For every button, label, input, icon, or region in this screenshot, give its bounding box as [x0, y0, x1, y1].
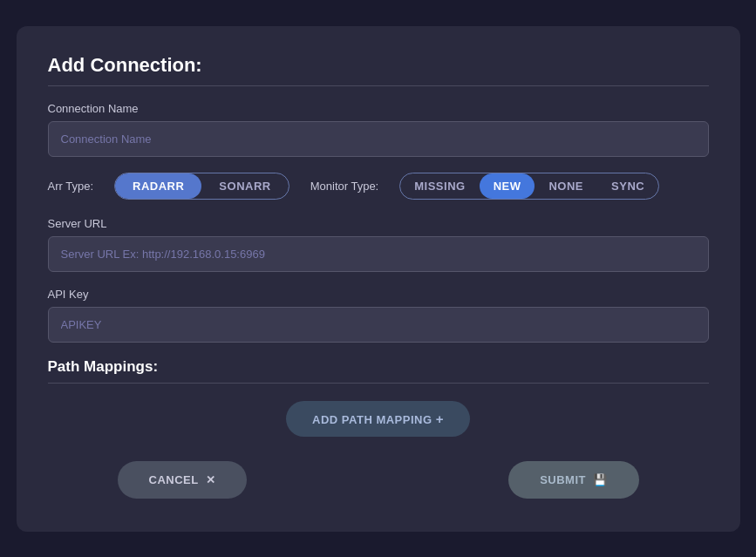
action-row: CANCEL ✕ SUBMIT 💾: [48, 461, 709, 499]
modal-title: Add Connection:: [48, 54, 709, 77]
server-url-input[interactable]: [48, 236, 709, 272]
connection-name-label: Connection Name: [48, 102, 709, 115]
cancel-button[interactable]: CANCEL ✕: [118, 461, 248, 499]
path-mappings-title: Path Mappings:: [48, 358, 709, 376]
plus-icon: +: [436, 411, 444, 426]
add-connection-modal: Add Connection: Connection Name Arr Type…: [17, 26, 740, 532]
type-row: Arr Type: RADARR SONARR Monitor Type: MI…: [48, 173, 709, 200]
monitor-type-none-button[interactable]: NONE: [535, 173, 597, 199]
api-key-input[interactable]: [48, 307, 709, 343]
arr-type-radarr-button[interactable]: RADARR: [115, 173, 201, 199]
submit-label: SUBMIT: [540, 473, 586, 486]
add-path-mapping-label: ADD PATH MAPPING: [312, 413, 432, 426]
save-icon: 💾: [593, 473, 608, 486]
server-url-label: Server URL: [48, 217, 709, 230]
arr-type-toggle-group: RADARR SONARR: [114, 173, 289, 200]
connection-name-input[interactable]: [48, 121, 709, 157]
api-key-label: API Key: [48, 288, 709, 301]
arr-type-label: Arr Type:: [48, 180, 94, 193]
submit-button[interactable]: SUBMIT 💾: [508, 461, 638, 499]
monitor-type-sync-button[interactable]: SYNC: [597, 173, 658, 199]
cancel-label: CANCEL: [149, 473, 199, 486]
title-divider: [48, 85, 709, 86]
monitor-type-new-button[interactable]: NEW: [480, 173, 535, 199]
add-path-mapping-button[interactable]: ADD PATH MAPPING +: [286, 401, 470, 437]
monitor-type-label: Monitor Type:: [310, 180, 379, 193]
path-mappings-divider: [48, 383, 709, 384]
monitor-type-missing-button[interactable]: MISSING: [400, 173, 479, 199]
cancel-x-icon: ✕: [206, 473, 216, 486]
monitor-type-toggle-group: MISSING NEW NONE SYNC: [399, 173, 659, 200]
arr-type-sonarr-button[interactable]: SONARR: [201, 173, 288, 199]
